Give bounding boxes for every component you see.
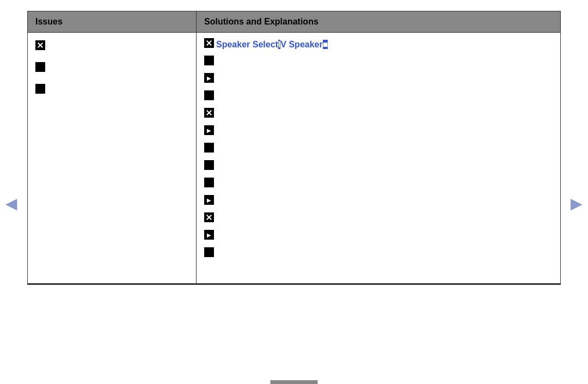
- sol-icon-9: [204, 195, 214, 205]
- sol-icon-12: [204, 247, 214, 257]
- sol-item-1: [204, 56, 553, 69]
- next-button[interactable]: ▶: [571, 194, 583, 212]
- solutions-list: [204, 53, 553, 261]
- sol-icon-10: [204, 212, 214, 222]
- sol-heading-icon: [204, 38, 214, 48]
- sol-icon-8: [204, 178, 214, 187]
- table-divider: [27, 284, 561, 285]
- sol-icon-6: [204, 143, 214, 153]
- sol-item-11: [204, 230, 553, 243]
- speaker-select-part1: Speaker Select: [216, 40, 278, 49]
- sol-icon-1: [204, 56, 214, 65]
- table-body: Speaker SelectIV Speaker■: [28, 33, 560, 283]
- issues-column: [28, 33, 197, 283]
- issue-item-1: [35, 40, 188, 53]
- sol-item-12: [204, 247, 553, 260]
- issue-item-3: [35, 84, 188, 97]
- sol-icon-5: [204, 125, 214, 135]
- sol-item-2: [204, 73, 553, 86]
- sol-item-7: [204, 160, 553, 173]
- table-header: Issues Solutions and Explanations: [28, 11, 560, 33]
- issue-icon-x-1: [35, 40, 45, 50]
- sol-item-10: [204, 212, 553, 225]
- issues-list: [35, 38, 188, 101]
- sol-icon-3: [204, 90, 214, 100]
- content-table: Issues Solutions and Explanations: [27, 11, 561, 284]
- sol-item-6: [204, 143, 553, 156]
- speaker-select-highlight2: ■: [323, 40, 328, 49]
- sol-icon-2: [204, 73, 214, 83]
- sol-item-3: [204, 90, 553, 103]
- speaker-select-part2: V Speaker: [280, 40, 322, 49]
- sol-icon-4: [204, 108, 214, 118]
- header-issues: Issues: [28, 11, 197, 32]
- sol-item-5: [204, 125, 553, 138]
- sol-item-8: [204, 178, 553, 191]
- main-container: ◀ ▶ Issues Solutions and Explanations: [0, 11, 588, 384]
- issue-icon-block-2: [35, 84, 45, 94]
- language-selector[interactable]: English: [271, 380, 318, 384]
- sol-item-9: [204, 195, 553, 208]
- sol-icon-7: [204, 160, 214, 170]
- issue-item-2: [35, 62, 188, 75]
- issue-icon-block-1: [35, 62, 45, 72]
- sol-icon-11: [204, 230, 214, 240]
- prev-button[interactable]: ◀: [5, 194, 17, 212]
- solutions-heading: Speaker SelectIV Speaker■: [204, 38, 553, 51]
- sol-item-4: [204, 108, 553, 121]
- speaker-select-link[interactable]: Speaker SelectIV Speaker■: [216, 40, 328, 50]
- solutions-column: Speaker SelectIV Speaker■: [197, 33, 560, 283]
- header-solutions: Solutions and Explanations: [197, 11, 560, 32]
